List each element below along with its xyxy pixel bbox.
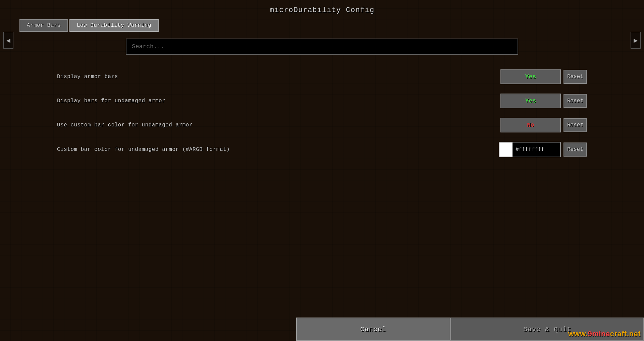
toggle-display-armor-bars[interactable]: Yes [500, 69, 561, 84]
color-input-group [499, 142, 561, 157]
right-nav-arrow[interactable]: ▶ [631, 32, 641, 49]
color-text-input[interactable] [512, 142, 561, 157]
bottom-bar: Cancel Save & Quit [0, 318, 644, 341]
reset-use-custom-color[interactable]: Reset [564, 118, 587, 132]
search-input[interactable] [126, 39, 518, 55]
tab-armor-bars[interactable]: Armor Bars [19, 19, 68, 32]
toggle-use-custom-color[interactable]: No [500, 118, 561, 132]
page-title: microDurability Config [270, 6, 374, 14]
left-nav-arrow[interactable]: ◀ [3, 32, 13, 49]
content-area: Display armor bars Yes Reset Display bar… [0, 39, 644, 162]
toggle-display-bars-undamaged[interactable]: Yes [500, 94, 561, 108]
tabs-container: Armor Bars Low Durability Warning [19, 19, 159, 32]
reset-custom-bar-color[interactable]: Reset [564, 143, 587, 157]
setting-row-use-custom-color: Use custom bar color for undamaged armor… [57, 113, 587, 137]
title-bar: microDurability Config [0, 0, 644, 19]
reset-display-armor-bars[interactable]: Reset [564, 70, 587, 84]
setting-label-custom-bar-color: Custom bar color for undamaged armor (#A… [57, 147, 230, 153]
color-swatch[interactable] [499, 142, 512, 157]
tab-low-durability[interactable]: Low Durability Warning [69, 19, 159, 32]
setting-label-display-armor-bars: Display armor bars [57, 74, 118, 80]
setting-control-custom-bar-color: Reset [499, 142, 587, 157]
settings-list: Display armor bars Yes Reset Display bar… [57, 65, 587, 162]
setting-control-display-armor-bars: Yes Reset [500, 69, 587, 84]
setting-label-display-bars-undamaged: Display bars for undamaged armor [57, 98, 165, 104]
setting-control-use-custom-color: No Reset [500, 118, 587, 132]
watermark: www.9minecraft.net [568, 330, 641, 338]
setting-row-display-armor-bars: Display armor bars Yes Reset [57, 65, 587, 89]
setting-row-display-bars-undamaged: Display bars for undamaged armor Yes Res… [57, 89, 587, 113]
setting-control-display-bars-undamaged: Yes Reset [500, 94, 587, 108]
cancel-button[interactable]: Cancel [296, 318, 450, 341]
tabs-bar: Armor Bars Low Durability Warning [0, 19, 644, 32]
reset-display-bars-undamaged[interactable]: Reset [564, 94, 587, 108]
setting-label-use-custom-color: Use custom bar color for undamaged armor [57, 122, 193, 128]
bottom-buttons: Cancel Save & Quit [0, 318, 644, 341]
setting-row-custom-bar-color: Custom bar color for undamaged armor (#A… [57, 137, 587, 162]
search-container [57, 39, 587, 55]
